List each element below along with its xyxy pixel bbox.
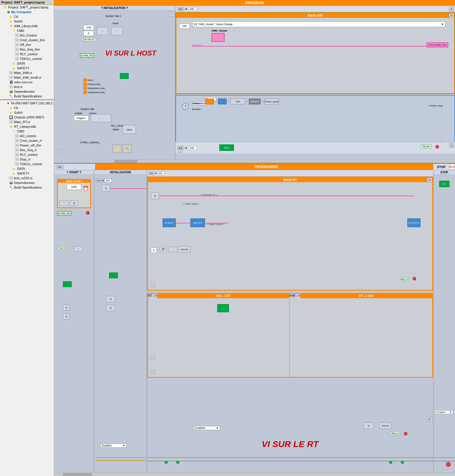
data-input-label: < Data input > (183, 202, 200, 205)
timing-init: ms dt 200 (96, 177, 145, 183)
pink-wire4 (262, 101, 263, 102)
tree-item-main-ihm[interactable]: VI Main_IHM.vi (0, 70, 54, 75)
tree-item-chassis[interactable]: 🔲 Chassis (cRIO-9067) (0, 115, 54, 120)
init-corner-btn[interactable]: ? (169, 12, 174, 16)
tree-item-odor-icon[interactable]: 🖼 odor-icon.ico (0, 80, 54, 84)
dep-icon: 📦 (9, 89, 13, 94)
ihm-on-bottom[interactable]: ▶ IHM_ON (57, 211, 71, 215)
tree-item-rly-control[interactable]: VI RLY_control (0, 52, 54, 56)
rt-ihm-header: RT --> IHM (300, 294, 432, 298)
tree-item-ctl2[interactable]: ▶ Ctl (0, 106, 54, 110)
corner-btn2[interactable]: ⊡ (449, 143, 454, 148)
tree-item-project[interactable]: 📁 Project: SAFT_project.lvproj (0, 5, 54, 10)
tree-item-rec-freq-rt[interactable]: VI Rec_freq_rt (0, 148, 54, 152)
tree-item-subvi2[interactable]: ▶ SubVi (0, 110, 54, 115)
tree-item-ctl[interactable]: ▶ Ctl (0, 14, 54, 19)
stop-indicator2 (435, 145, 439, 149)
corner-btn-rt[interactable]: ⊡ (427, 177, 432, 182)
tree-item-rt-library[interactable]: ▼ RT_Library.lvlib (0, 124, 54, 129)
expand-btn[interactable]: ⊡ (449, 13, 454, 18)
enabled-drop2[interactable]: Enabled ▼ (194, 426, 220, 430)
pages-input[interactable]: Pages> (74, 115, 89, 121)
value-label: Value (113, 128, 119, 131)
wire-rt2 (205, 223, 228, 223)
wait-start-label: WAIT START (58, 180, 90, 183)
tree-item-build-specs2[interactable]: 🔧 Build Specifications (0, 185, 54, 190)
cmd-cluster-dropdown[interactable]: [5] "CMD_cluster": Value Change ▼ (192, 21, 445, 27)
bottom-diagram: ms PROGRAMME ⊡ STOP Error ? START ? WAIT… (54, 164, 455, 476)
tree-item-ihm-library[interactable]: ▼ IHM_Library.lvlib (0, 24, 54, 28)
tree-item-cmd2[interactable]: ▼ CMD (0, 129, 54, 134)
tree-item-safety2[interactable]: ▶ SAFETY (0, 171, 54, 176)
tree-item-rly-control2[interactable]: VI RLY_control (0, 152, 54, 157)
tree-item-main-ihm-small[interactable]: VI Main_IHM_small.vi (0, 75, 54, 80)
ms-init: ms (96, 179, 101, 182)
bottom-dot2 (176, 461, 179, 464)
vi-icon: VI (9, 176, 13, 180)
vi-icon: VI (15, 47, 19, 51)
stop-right-panel: STOP RT Enabled ▼ (433, 170, 455, 472)
stop-rt-btn2[interactable]: Stop_rt (390, 431, 400, 435)
this-vi-start[interactable]: This VI (57, 246, 67, 250)
tree-item-ni-crio[interactable]: ▼ NI-cRIO-9067-SAFT (192.168.3.19) (0, 101, 54, 106)
tree-item-build-specs[interactable]: 🔧 Build Specifications (0, 94, 54, 99)
dt-label2: dt (185, 146, 187, 149)
start-panel: ? START ? WAIT START 1000 ⏰ → ⊡ ▶ IHM_ON (54, 170, 94, 472)
trigger-rt: ⊡ (151, 192, 159, 199)
tree-item-dependencies2[interactable]: 📦 Dependencies (0, 180, 54, 185)
chassis-icon: 🔲 (9, 115, 13, 119)
ni-input-block: NI INPUT (163, 218, 176, 227)
stop-final (446, 462, 451, 467)
vi-icon: VI (15, 134, 19, 138)
vi-icon: VI (9, 85, 13, 89)
tree-item-cmd-cluster-ihm[interactable]: VI Cmd_cluster_ihm (0, 38, 54, 42)
tree-item-data[interactable]: ▶ DATA (0, 61, 54, 66)
h-scrollbar-bottom[interactable] (54, 472, 455, 476)
question-circle: ? (182, 103, 189, 110)
enabled-drop3[interactable]: Enabled ▼ (435, 410, 453, 414)
tree-item-data2[interactable]: ▶ DATA (0, 166, 54, 171)
this-vi-btn[interactable]: ▶ This VI (83, 37, 96, 41)
tree-item-my-computer[interactable]: 🖥 My Computer (0, 10, 54, 14)
tree-item-power-off[interactable]: VI Power_off_ihm (0, 143, 54, 148)
vi-icon: VI (15, 139, 19, 143)
rt-ihm-block: ⊡ (363, 422, 374, 429)
off-ihm-btn2[interactable]: Off_ihm (420, 144, 432, 148)
h-scrollbar-top[interactable] (108, 159, 455, 163)
icon-file-icon: 🖼 (9, 80, 13, 84)
tree-item-rec-freq[interactable]: VI Rec_freq_ihm (0, 47, 54, 52)
tree-item-tdk1u[interactable]: VI TDK1U_control (0, 56, 54, 61)
value-100-ihm: 100 (179, 23, 190, 29)
build-icon: 🔧 (9, 94, 13, 98)
tree-item-cmd[interactable]: ▼ CMD (0, 28, 54, 33)
init-header: ? INITIALISATION ? (54, 6, 175, 11)
vi-icon: VI (15, 43, 19, 47)
stop-area: STOP (433, 164, 449, 170)
tree-item-test-rs232[interactable]: VI test_rs232.vi (0, 176, 54, 180)
project-title: Project: SAFT_project.lvproj (1, 1, 45, 4)
tree-item-off-ihm[interactable]: VI Off_ihm (0, 42, 54, 47)
enabled-drop1[interactable]: Enabled ▼ (100, 444, 127, 448)
rt-ihm-panel: RT --> IHM ⊡ RS232 Stop_rt (300, 294, 432, 377)
tree-item-stop-rt[interactable]: VI Stop_rt (0, 157, 54, 162)
main-ihm-header: MAIN IHM (176, 13, 454, 18)
ihm-on-btn-top[interactable]: ▶ IHM_ON (80, 54, 94, 58)
folder-icon: ▶ (12, 171, 16, 175)
tree-item-ao-control[interactable]: VI AO_Control (0, 33, 54, 38)
tree-item-cmd-cluster-rt[interactable]: VI Cmd_cluster_rt (0, 138, 54, 143)
tree-item-ao-control2[interactable]: VI AO_control (0, 134, 54, 138)
tree-item-tdk1u2[interactable]: VI TDK1U_control (0, 162, 54, 166)
stop-rt-btn[interactable]: Stop_rt (399, 277, 409, 281)
lower-panel: ? TabControl1 TDD GRAPH Cluster_graph (175, 95, 455, 148)
tree-item-safety[interactable]: ▶ SAFETY (0, 66, 54, 70)
tree-item-test-vi[interactable]: VI test.vi (0, 84, 54, 89)
project-panel: Project: SAFT_project.lvproj 📁 Project: … (0, 0, 54, 476)
corner-btn-ihm-rt[interactable]: ⊡ (427, 417, 432, 421)
corner-btn-main[interactable]: ⊡ (449, 7, 454, 11)
system-tab-label: System Tab (80, 108, 94, 111)
main-rt-panel: MAIN RT ⊡ ⊡ < Module NI > < Data input >… (147, 177, 433, 291)
tree-item-dependencies[interactable]: 📦 Dependencies (0, 89, 54, 94)
tree-item-subvi[interactable]: ▶ SubVi (0, 19, 54, 24)
tree-item-main-rt[interactable]: VI Main_RT.vi (0, 120, 54, 124)
main-area: ms PROGRAM ? INITIALISATION ? System Tab… (54, 0, 455, 476)
